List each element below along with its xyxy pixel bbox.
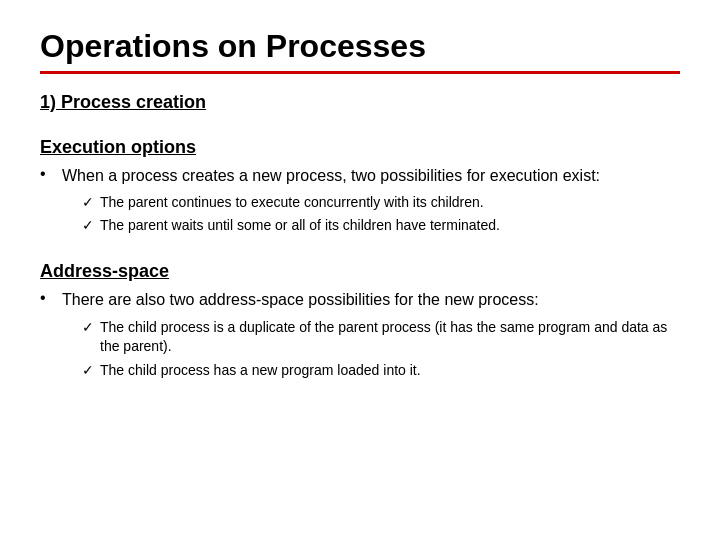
check-icon-1: ✓ — [82, 193, 100, 213]
address-sub-bullets: ✓ The child process is a duplicate of th… — [82, 318, 680, 381]
address-bullet-text: There are also two address-space possibi… — [62, 288, 680, 311]
check-icon-2: ✓ — [82, 216, 100, 236]
gap2 — [40, 239, 680, 257]
address-space-label: Address-space — [40, 261, 680, 282]
sub-bullet-1-text: The parent continues to execute concurre… — [100, 193, 680, 213]
bullet-symbol-1: • — [40, 164, 62, 183]
execution-bullet-text: When a process creates a new process, tw… — [62, 164, 680, 187]
address-sub-bullet-1: ✓ The child process is a duplicate of th… — [82, 318, 680, 357]
slide-title: Operations on Processes — [40, 28, 680, 65]
section1-heading: 1) Process creation — [40, 92, 680, 113]
address-sub-bullet-1-text: The child process is a duplicate of the … — [100, 318, 680, 357]
execution-bullet: • When a process creates a new process, … — [40, 164, 680, 187]
address-bullet: • There are also two address-space possi… — [40, 288, 680, 311]
sub-bullet-2-text: The parent waits until some or all of it… — [100, 216, 680, 236]
sub-bullet-1: ✓ The parent continues to execute concur… — [82, 193, 680, 213]
gap1 — [40, 119, 680, 137]
check-icon-3: ✓ — [82, 318, 100, 338]
title-underline — [40, 71, 680, 74]
check-icon-4: ✓ — [82, 361, 100, 381]
execution-sub-bullets: ✓ The parent continues to execute concur… — [82, 193, 680, 235]
bullet-symbol-2: • — [40, 288, 62, 307]
execution-options-label: Execution options — [40, 137, 680, 158]
sub-bullet-2: ✓ The parent waits until some or all of … — [82, 216, 680, 236]
address-sub-bullet-2-text: The child process has a new program load… — [100, 361, 680, 381]
address-sub-bullet-2: ✓ The child process has a new program lo… — [82, 361, 680, 381]
address-space-section: Address-space • There are also two addre… — [40, 261, 680, 380]
slide-container: Operations on Processes 1) Process creat… — [0, 0, 720, 540]
